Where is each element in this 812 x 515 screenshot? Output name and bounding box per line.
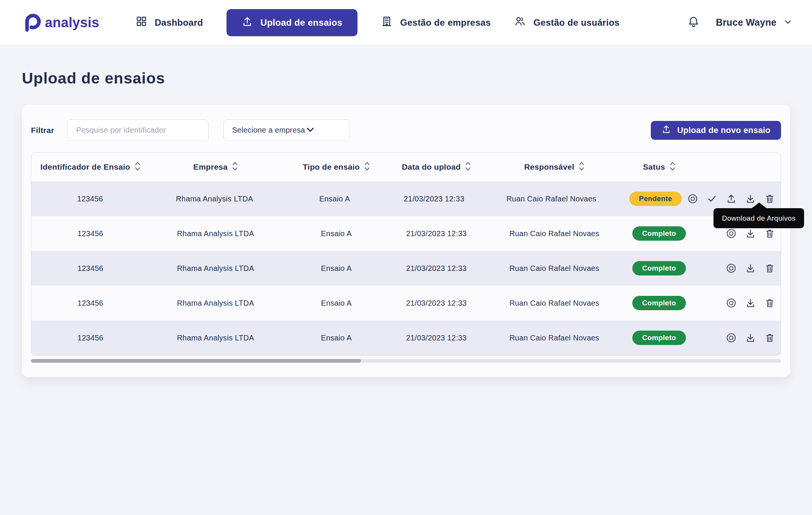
sort-icon[interactable]	[670, 161, 675, 173]
main-nav: Dashboard Upload de ensaios Gestão de em…	[136, 9, 620, 36]
upload-icon	[661, 124, 671, 136]
cell-company: Rhama Analysis LTDA	[149, 195, 280, 203]
column-header-label: Satus	[643, 162, 665, 172]
column-header-tipo[interactable]: Tipo de ensaio	[282, 161, 391, 173]
column-header-label: Identificador de Ensaio	[40, 162, 130, 172]
trash-icon[interactable]	[764, 333, 775, 343]
search-input[interactable]	[67, 119, 209, 141]
eye-icon[interactable]	[726, 298, 737, 308]
grid-icon	[136, 15, 147, 29]
ensaios-table: Identificador de Ensaio Empresa Tipo de …	[31, 152, 781, 356]
chevron-down-icon	[305, 124, 316, 136]
status-badge: Pendente	[629, 192, 682, 206]
eye-icon[interactable]	[726, 333, 737, 343]
bell-icon[interactable]	[687, 15, 700, 30]
cell-status: Completo	[627, 296, 691, 310]
download-icon[interactable]	[745, 298, 756, 308]
nav-gestao-usuarios[interactable]: Gestão de usuários	[514, 15, 619, 29]
column-header-data[interactable]: Data do upload	[391, 161, 482, 173]
filter-label: Filtrar	[31, 126, 54, 135]
table-row: 123456Rhama Analysis LTDAEnsaio A21/03/2…	[31, 286, 781, 320]
nav-upload-ensaios[interactable]: Upload de ensaios	[226, 9, 357, 36]
cell-identifier: 123456	[31, 299, 149, 308]
main-content: Upload de ensaios Filtrar Selecione a em…	[0, 70, 812, 377]
status-badge: Completo	[632, 296, 686, 310]
nav-gestao-empresas[interactable]: Gestão de empresas	[381, 15, 491, 29]
cell-status: Pendente	[624, 192, 687, 206]
sort-icon[interactable]	[465, 161, 471, 173]
check-icon[interactable]	[707, 193, 717, 204]
cell-type: Ensaio A	[282, 264, 391, 273]
horizontal-scrollbar[interactable]	[31, 359, 781, 363]
cell-status: Completo	[627, 261, 691, 275]
cell-actions	[691, 263, 781, 274]
building-icon	[381, 15, 393, 29]
eye-icon[interactable]	[687, 193, 698, 204]
nav-right: Bruce Wayne	[687, 15, 792, 30]
column-header-label: Responsável	[524, 162, 575, 172]
trash-icon[interactable]	[764, 263, 775, 274]
cell-actions	[691, 298, 781, 308]
cell-owner: Ruan Caio Rafael Novaes	[482, 264, 627, 273]
nav-item-label: Gestão de usuários	[533, 17, 619, 28]
cell-owner: Ruan Caio Rafael Novaes	[479, 195, 624, 203]
download-icon[interactable]	[745, 228, 756, 239]
column-header-status[interactable]: Satus	[627, 161, 691, 173]
table-row: 123456Rhama Analysis LTDAEnsaio A21/03/2…	[31, 216, 781, 251]
download-icon[interactable]	[745, 263, 756, 274]
user-menu[interactable]: Bruce Wayne	[716, 17, 792, 28]
cell-company: Rhama Analysis LTDA	[149, 264, 282, 273]
trash-icon[interactable]	[764, 228, 775, 239]
cell-status: Completo	[627, 226, 691, 241]
scrollbar-thumb[interactable]	[31, 359, 361, 363]
cell-company: Rhama Analysis LTDA	[149, 334, 282, 342]
cell-type: Ensaio A	[282, 334, 391, 342]
cell-identifier: 123456	[31, 229, 149, 238]
column-header-responsavel[interactable]: Responsável	[482, 161, 627, 173]
cell-date: 21/03/2023 12:33	[391, 334, 482, 342]
company-select[interactable]: Selecione a empresa	[223, 119, 350, 141]
upload-new-ensaio-label: Upload de novo ensaio	[677, 125, 770, 135]
download-tooltip: Download de Arquivos	[713, 208, 804, 228]
user-name: Bruce Wayne	[716, 17, 777, 28]
sort-icon[interactable]	[232, 161, 238, 173]
column-header-empresa[interactable]: Empresa	[149, 161, 282, 173]
column-header-label: Data do upload	[402, 162, 461, 172]
table-row: 123456Rhama Analysis LTDAEnsaio A21/03/2…	[31, 320, 781, 355]
column-header-label: Tipo de ensaio	[303, 162, 360, 172]
status-badge: Completo	[632, 226, 686, 241]
nav-dashboard[interactable]: Dashboard	[136, 15, 203, 29]
cell-status: Completo	[627, 331, 691, 345]
cell-date: 21/03/2023 12:33	[391, 229, 482, 238]
cell-type: Ensaio A	[280, 195, 389, 203]
page-title: Upload de ensaios	[22, 70, 790, 87]
eye-icon[interactable]	[726, 263, 737, 274]
cell-date: 21/03/2023 12:33	[391, 299, 482, 308]
cell-identifier: 123456	[31, 264, 149, 273]
upload-new-ensaio-button[interactable]: Upload de novo ensaio	[651, 121, 781, 140]
column-header-identificador[interactable]: Identificador de Ensaio	[31, 161, 149, 173]
cell-identifier: 123456	[31, 195, 149, 203]
cell-identifier: 123456	[31, 334, 149, 342]
sort-icon[interactable]	[135, 161, 140, 173]
brand[interactable]: analysis	[21, 12, 99, 34]
eye-icon[interactable]	[726, 228, 737, 239]
upload-icon[interactable]	[726, 193, 737, 204]
content-card: Filtrar Selecione a empresa Upload de no…	[22, 105, 790, 377]
cell-company: Rhama Analysis LTDA	[149, 299, 282, 308]
download-icon[interactable]	[745, 333, 756, 343]
table-row: 123456Rhama Analysis LTDAEnsaio A21/03/2…	[31, 251, 781, 286]
trash-icon[interactable]	[764, 298, 775, 308]
upload-icon	[242, 16, 253, 29]
cell-owner: Ruan Caio Rafael Novaes	[482, 229, 627, 238]
table-row: 123456Rhama Analysis LTDAEnsaio A21/03/2…	[31, 181, 781, 216]
column-header-label: Empresa	[193, 162, 228, 172]
cell-type: Ensaio A	[282, 299, 391, 308]
cell-type: Ensaio A	[282, 229, 391, 238]
users-icon	[514, 15, 526, 29]
status-badge: Completo	[632, 331, 686, 345]
sort-icon[interactable]	[364, 161, 370, 173]
sort-icon[interactable]	[579, 161, 584, 173]
company-select-value: Selecione a empresa	[232, 126, 305, 135]
table-header-row: Identificador de Ensaio Empresa Tipo de …	[31, 153, 781, 181]
